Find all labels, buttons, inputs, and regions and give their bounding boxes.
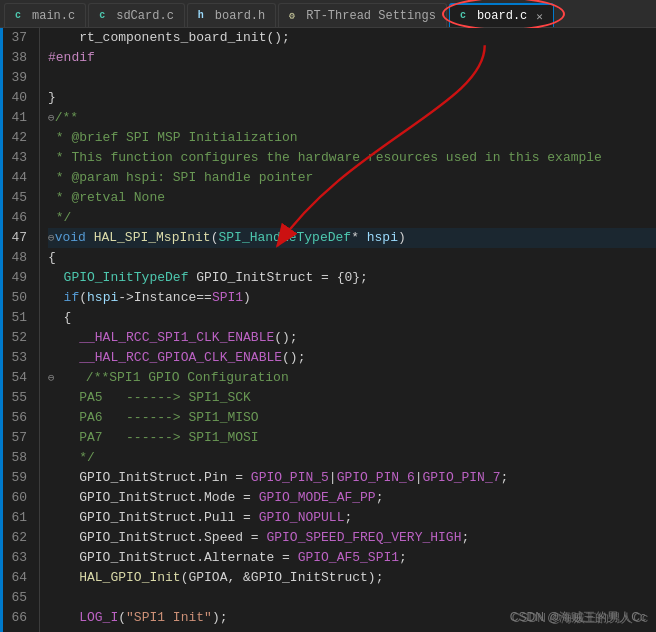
tab-label-board-h: board.h [215,9,265,23]
code-line-58: */ [48,448,656,468]
ln-38: 38 [8,48,27,68]
code-line-65 [48,588,656,608]
ln-67: 67 [8,628,27,632]
code-line-64: HAL_GPIO_Init(GPIOA, &GPIO_InitStruct); [48,568,656,588]
code-line-60: GPIO_InitStruct.Mode = GPIO_MODE_AF_PP; [48,488,656,508]
editor: 37 38 39 40 41 42 43 44 45 46 47 48 49 5… [0,28,656,632]
code-line-42: * @brief SPI MSP Initialization [48,128,656,148]
ln-40: 40 [8,88,27,108]
code-line-39 [48,68,656,88]
code-line-61: GPIO_InitStruct.Pull = GPIO_NOPULL; [48,508,656,528]
code-line-56: PA6 ------> SPI1_MISO [48,408,656,428]
code-line-57: PA7 ------> SPI1_MOSI [48,428,656,448]
code-line-48: { [48,248,656,268]
tab-board-c[interactable]: c board.c ✕ [449,3,554,27]
tab-label-main-c: main.c [32,9,75,23]
ln-64: 64 [8,568,27,588]
code-line-44: * @param hspi: SPI handle pointer [48,168,656,188]
ln-43: 43 [8,148,27,168]
code-line-49: GPIO_InitTypeDef GPIO_InitStruct = {0}; [48,268,656,288]
ln-51: 51 [8,308,27,328]
ln-39: 39 [8,68,27,88]
code-line-63: GPIO_InitStruct.Alternate = GPIO_AF5_SPI… [48,548,656,568]
code-line-40: } [48,88,656,108]
tab-bar: c main.c c sdCard.c h board.h ⚙ RT-Threa… [0,0,656,28]
ln-54: 54 [8,368,27,388]
tab-label-rt-thread-settings: RT-Thread Settings [306,9,436,23]
ln-44: 44 [8,168,27,188]
code-line-43: * This function configures the hardware … [48,148,656,168]
code-area[interactable]: rt_components_board_init(); #endif } ⊖/*… [40,28,656,632]
ln-66: 66 [8,608,27,628]
code-line-46: */ [48,208,656,228]
line-numbers: 37 38 39 40 41 42 43 44 45 46 47 48 49 5… [0,28,40,632]
tab-sdcard-c[interactable]: c sdCard.c [88,3,185,27]
left-indicator [0,28,3,632]
ln-47: 47 [8,228,27,248]
ln-52: 52 [8,328,27,348]
tab-icon-board-c: c [460,10,472,22]
ln-56: 56 [8,408,27,428]
ln-55: 55 [8,388,27,408]
code-line-37: rt_components_board_init(); [48,28,656,48]
code-line-59: GPIO_InitStruct.Pin = GPIO_PIN_5|GPIO_PI… [48,468,656,488]
ln-62: 62 [8,528,27,548]
tab-board-h[interactable]: h board.h [187,3,276,27]
code-line-45: * @retval None [48,188,656,208]
tab-icon-sdcard-c: c [99,10,111,22]
tab-label-board-c: board.c [477,9,527,23]
code-line-47: ⊖void HAL_SPI_MspInit(SPI_HandleTypeDef*… [48,228,656,248]
ln-65: 65 [8,588,27,608]
ln-46: 46 [8,208,27,228]
tab-icon-settings: ⚙ [289,10,301,22]
ln-41: 41 [8,108,27,128]
ln-45: 45 [8,188,27,208]
tab-close-board-c[interactable]: ✕ [536,10,543,23]
ln-60: 60 [8,488,27,508]
ln-48: 48 [8,248,27,268]
code-line-55: PA5 ------> SPI1_SCK [48,388,656,408]
code-line-41: ⊖/** [48,108,656,128]
ln-53: 53 [8,348,27,368]
code-line-38: #endif [48,48,656,68]
code-line-67: } [48,628,656,632]
tab-label-sdcard-c: sdCard.c [116,9,174,23]
ln-42: 42 [8,128,27,148]
code-line-54: ⊖ /**SPI1 GPIO Configuration [48,368,656,388]
tab-rt-thread-settings[interactable]: ⚙ RT-Thread Settings [278,3,447,27]
code-line-53: __HAL_RCC_GPIOA_CLK_ENABLE(); [48,348,656,368]
watermark-bottom: CSDN @海贼王的男人Cc [510,609,646,626]
tab-icon-main-c: c [15,10,27,22]
ln-61: 61 [8,508,27,528]
ln-37: 37 [8,28,27,48]
code-line-62: GPIO_InitStruct.Speed = GPIO_SPEED_FREQ_… [48,528,656,548]
tab-icon-board-h: h [198,10,210,22]
ln-58: 58 [8,448,27,468]
code-line-51: { [48,308,656,328]
code-line-52: __HAL_RCC_SPI1_CLK_ENABLE(); [48,328,656,348]
ln-59: 59 [8,468,27,488]
ln-50: 50 [8,288,27,308]
ln-57: 57 [8,428,27,448]
tab-main-c[interactable]: c main.c [4,3,86,27]
code-line-50: if(hspi->Instance==SPI1) [48,288,656,308]
ln-49: 49 [8,268,27,288]
ln-63: 63 [8,548,27,568]
